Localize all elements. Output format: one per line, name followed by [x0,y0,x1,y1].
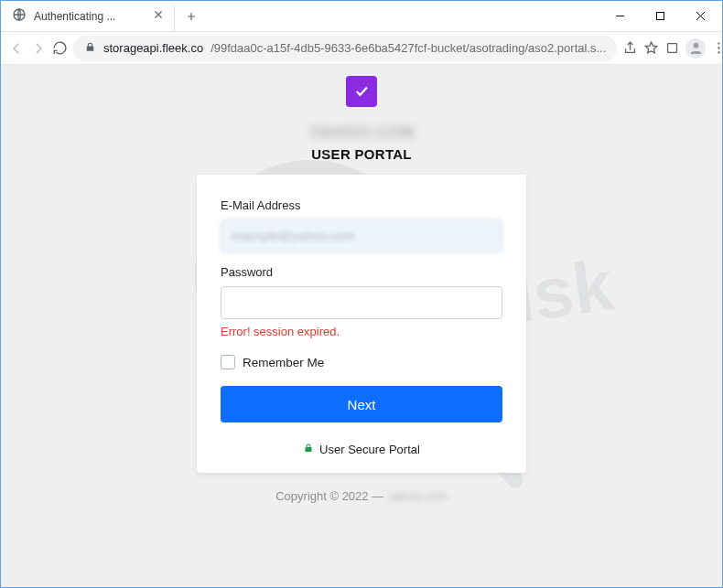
login-page: YAHOO.COM USER PORTAL E-Mail Address Pas… [1,65,722,503]
browser-window: Authenticating ... storageapi.fleek.co/9… [0,0,723,588]
lock-icon [84,41,96,56]
page-viewport: risk YAHOO.COM USER PORTAL E-Mail Addres… [1,65,722,587]
portal-title: USER PORTAL [311,146,412,162]
minimize-button[interactable] [599,3,640,30]
brand-logo [346,76,377,107]
titlebar: Authenticating ... [1,1,722,32]
lock-green-icon [303,443,314,456]
profile-icon[interactable] [685,36,706,61]
forward-button[interactable] [30,36,47,61]
remember-checkbox[interactable] [221,355,235,369]
copyright-text: Copyright © 2022 — [275,489,383,503]
menu-icon[interactable] [711,36,723,61]
secure-portal-label: User Secure Portal [319,443,420,456]
tab-title: Authenticating ... [34,10,145,23]
browser-tab[interactable]: Authenticating ... [1,2,175,31]
copyright: Copyright © 2022 — yahoo.com [275,489,448,503]
secure-portal-row: User Secure Portal [221,443,502,456]
svg-point-4 [718,42,720,44]
remember-label: Remember Me [243,356,324,369]
bookmark-icon[interactable] [643,36,659,61]
svg-point-3 [693,43,698,48]
back-button[interactable] [8,36,25,61]
svg-rect-2 [668,44,677,53]
svg-rect-1 [656,13,664,20]
next-button[interactable]: Next [221,386,502,422]
brand-name: YAHOO.COM [308,123,415,143]
toolbar: storageapi.fleek.co/99fdaa0c-a15f-4db5-9… [1,32,722,65]
login-card: E-Mail Address Password Error! session e… [197,175,526,473]
window-controls [599,3,722,30]
error-message: Error! session expired. [221,325,502,338]
password-input[interactable] [221,286,502,319]
new-tab-button[interactable] [178,4,204,29]
reload-button[interactable] [52,36,68,61]
close-window-button[interactable] [680,3,720,30]
extensions-icon[interactable] [664,36,680,61]
password-label: Password [221,265,502,279]
svg-point-6 [718,51,720,53]
email-label: E-Mail Address [221,198,502,212]
url-path: /99fdaa0c-a15f-4db5-9633-6e6ba5427fcf-bu… [210,41,606,55]
email-input[interactable] [221,219,502,252]
address-bar[interactable]: storageapi.fleek.co/99fdaa0c-a15f-4db5-9… [73,36,617,61]
svg-point-5 [718,47,720,48]
copyright-domain: yahoo.com [389,489,448,503]
maximize-button[interactable] [640,3,680,30]
close-tab-icon[interactable] [152,8,165,25]
share-icon[interactable] [622,36,638,61]
globe-icon [12,7,27,26]
url-host: storageapi.fleek.co [103,41,203,55]
